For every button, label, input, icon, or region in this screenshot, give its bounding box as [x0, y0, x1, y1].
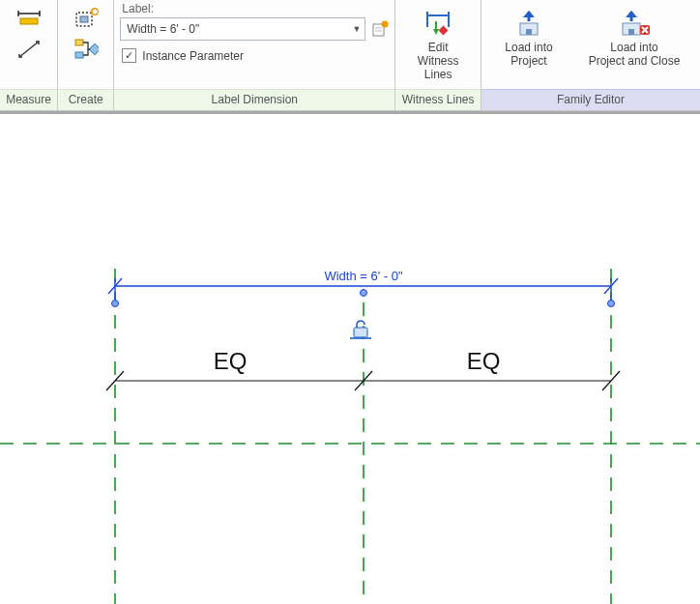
- svg-rect-21: [526, 29, 532, 35]
- svg-rect-19: [439, 26, 449, 36]
- ribbon: Measure ✱: [0, 0, 700, 111]
- check-icon: ✓: [122, 48, 136, 63]
- instance-parameter-checkbox[interactable]: ✓ Instance Parameter: [122, 48, 244, 63]
- panel-create: ✱ Create: [58, 0, 114, 110]
- svg-marker-22: [523, 11, 535, 17]
- svg-rect-32: [354, 328, 367, 337]
- instance-parameter-label: Instance Parameter: [142, 49, 244, 63]
- angular-dimension-button[interactable]: [16, 37, 42, 62]
- load-project-icon: [514, 10, 543, 37]
- panel-family-editor: Load into Project Load into Project and …: [481, 0, 700, 110]
- svg-text:✱: ✱: [91, 8, 98, 16]
- new-parameter-button[interactable]: [369, 18, 391, 40]
- dimension-grip-right[interactable]: [608, 301, 615, 307]
- label-caption: Label:: [122, 2, 154, 15]
- dimension-eq-right-text: EQ: [467, 348, 501, 374]
- canvas-svg: Width = 6' - 0" EQ EQ: [0, 114, 700, 604]
- create-group-icon: ✱: [73, 7, 99, 30]
- load-into-project-button[interactable]: Load into Project: [487, 4, 570, 68]
- load-project-line1: Load into: [505, 41, 552, 54]
- create-flow-button[interactable]: [73, 37, 99, 62]
- panel-create-label: Create: [58, 89, 113, 110]
- load-project-close-icon: [619, 10, 650, 37]
- load-into-project-close-button[interactable]: Load into Project and Close: [574, 4, 694, 68]
- edit-witness-line1: Edit: [428, 41, 449, 54]
- drawing-canvas[interactable]: Width = 6' - 0" EQ EQ: [0, 111, 700, 604]
- aligned-dimension-button[interactable]: [16, 6, 42, 31]
- panel-witness-lines: Edit Witness Lines Witness Lines: [395, 0, 481, 110]
- dimension-text-grip[interactable]: [361, 290, 367, 297]
- label-dropdown-value: Width = 6' - 0": [127, 22, 199, 36]
- svg-rect-24: [628, 29, 634, 35]
- witness-lines-icon: [423, 10, 452, 37]
- dimension-grip-left[interactable]: [112, 301, 119, 307]
- svg-rect-4: [80, 16, 88, 22]
- svg-rect-8: [75, 52, 83, 58]
- panel-label-dimension-label: Label Dimension: [114, 89, 394, 110]
- panel-measure-label: Measure: [0, 89, 57, 110]
- svg-marker-25: [626, 11, 637, 17]
- svg-rect-1: [20, 18, 38, 24]
- svg-rect-7: [75, 40, 83, 45]
- create-flow-icon: [73, 38, 99, 61]
- load-project-close-line1: Load into: [610, 41, 657, 54]
- load-project-close-line2: Project and Close: [589, 54, 681, 68]
- edit-witness-lines-button[interactable]: Edit Witness Lines: [401, 4, 475, 81]
- svg-line-2: [19, 42, 39, 57]
- load-project-line2: Project: [510, 54, 546, 68]
- dimension-eq-left-text: EQ: [214, 348, 248, 374]
- svg-point-13: [382, 21, 389, 28]
- panel-family-editor-label: Family Editor: [481, 89, 700, 110]
- panel-label-dimension: Label: Width = 6' - 0" ▼ ✓ Instan: [114, 0, 395, 110]
- lock-icon[interactable]: [350, 321, 371, 338]
- aligned-dimension-icon: [16, 10, 42, 27]
- edit-witness-line2: Witness Lines: [407, 54, 469, 81]
- svg-rect-9: [89, 43, 99, 54]
- new-parameter-icon: [371, 20, 389, 38]
- panel-witness-lines-label: Witness Lines: [395, 89, 481, 110]
- dimension-width-text[interactable]: Width = 6' - 0": [324, 269, 403, 283]
- chevron-down-icon: ▼: [352, 24, 361, 34]
- angular-dimension-icon: [16, 39, 42, 60]
- create-group-button[interactable]: ✱: [73, 6, 99, 31]
- panel-measure: Measure: [0, 0, 58, 110]
- label-dropdown[interactable]: Width = 6' - 0" ▼: [120, 17, 365, 41]
- svg-marker-17: [433, 29, 439, 35]
